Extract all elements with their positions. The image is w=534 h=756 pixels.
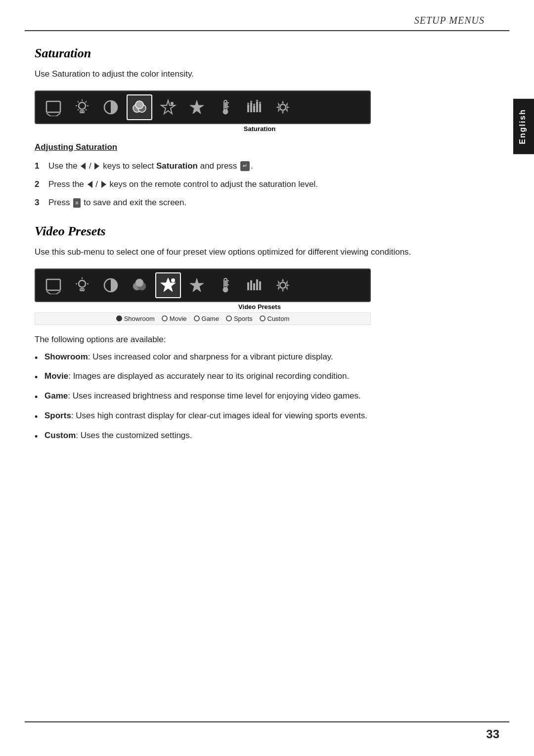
step-3-text: Press ≡ to save and exit the screen. xyxy=(48,196,485,209)
vp-menu-icon-videopresets xyxy=(155,272,181,298)
video-presets-menu-bar xyxy=(35,268,371,302)
svg-rect-65 xyxy=(256,279,258,290)
header-title: SETUP MENUS xyxy=(414,15,485,26)
bullet-dot-5: • xyxy=(35,429,44,444)
menu-small-icon: ≡ xyxy=(73,198,80,208)
radio-movie: Movie xyxy=(162,315,187,322)
arrow-left-icon-2 xyxy=(88,181,92,188)
video-presets-heading: Video Presets xyxy=(35,224,485,239)
svg-rect-57 xyxy=(225,280,226,286)
arrow-right-icon xyxy=(94,163,99,170)
language-tab: English xyxy=(513,99,534,154)
vp-menu-icon-contrast xyxy=(98,272,124,298)
svg-point-52 xyxy=(135,279,143,287)
step-2-text: Press the / keys on the remote control t… xyxy=(48,178,485,191)
svg-rect-63 xyxy=(250,280,252,290)
saturation-description: Use Saturation to adjust the color inten… xyxy=(35,68,485,81)
radio-custom-label: Custom xyxy=(267,315,290,322)
bullet-movie-text: Movie: Images are displayed as accuratel… xyxy=(44,370,485,383)
bullet-list: • Showroom: Uses increased color and sha… xyxy=(35,351,485,444)
radio-showroom-label: Showroom xyxy=(124,315,155,322)
vp-menu-icon-settings xyxy=(270,272,296,298)
step-2: 2 Press the / keys on the remote control… xyxy=(35,178,485,191)
bullet-intro: The following options are available: xyxy=(35,335,485,345)
video-presets-menu-label: Video Presets xyxy=(35,303,485,311)
bullet-custom-text: Custom: Uses the customized settings. xyxy=(44,429,485,442)
svg-point-4 xyxy=(79,102,86,109)
vp-menu-icon-temperature xyxy=(213,272,238,298)
video-presets-menu-bar-wrapper: Video Presets Showroom Movie Game xyxy=(35,268,485,325)
svg-point-43 xyxy=(79,280,86,287)
vp-menu-icon-brightness xyxy=(69,272,95,298)
bullet-sports-text: Sports: Uses high contrast display for c… xyxy=(44,409,485,422)
saturation-heading: Saturation xyxy=(35,46,485,61)
arrow-right-icon-2 xyxy=(101,181,106,188)
radio-custom: Custom xyxy=(260,315,290,322)
step-1-number: 1 xyxy=(35,159,48,173)
radio-movie-circle xyxy=(162,315,168,321)
video-presets-section: Video Presets Use this sub-menu to selec… xyxy=(35,224,485,444)
page-container: English SETUP MENUS Saturation Use Satur… xyxy=(0,0,534,756)
menu-icon-star xyxy=(155,94,181,120)
svg-rect-29 xyxy=(250,102,252,112)
menu-icon-settings xyxy=(270,94,296,120)
bullet-sports: • Sports: Uses high contrast display for… xyxy=(35,409,485,424)
menu-icon-equalizer xyxy=(241,94,267,120)
step-1-text: Use the / keys to select Saturation and … xyxy=(48,159,485,173)
vp-menu-icon-star2 xyxy=(184,272,210,298)
svg-point-18 xyxy=(135,101,143,109)
video-presets-radio-options: Showroom Movie Game Sports xyxy=(35,312,371,325)
bullet-section: The following options are available: • S… xyxy=(35,335,485,444)
radio-custom-circle xyxy=(260,315,266,321)
saturation-section: Saturation Use Saturation to adjust the … xyxy=(35,46,485,209)
page-number: 33 xyxy=(25,727,509,741)
bullet-custom: • Custom: Uses the customized settings. xyxy=(35,429,485,444)
svg-rect-28 xyxy=(247,104,249,112)
radio-sports: Sports xyxy=(226,315,253,322)
bullet-dot-3: • xyxy=(35,390,44,404)
svg-point-24 xyxy=(223,109,228,114)
svg-line-10 xyxy=(86,109,87,110)
svg-marker-21 xyxy=(190,100,204,114)
footer: 33 xyxy=(25,721,509,741)
svg-rect-66 xyxy=(259,281,261,290)
svg-rect-30 xyxy=(253,105,255,112)
bullet-showroom-text: Showroom: Uses increased color and sharp… xyxy=(44,351,485,363)
saturation-menu-label: Saturation xyxy=(35,125,485,133)
radio-game-label: Game xyxy=(202,315,219,322)
menu-icon-saturation xyxy=(127,94,152,120)
saturation-menu-bar-wrapper: Saturation xyxy=(35,90,485,133)
svg-marker-55 xyxy=(190,278,204,292)
svg-line-11 xyxy=(86,101,87,102)
bullet-movie: • Movie: Images are displayed as accurat… xyxy=(35,370,485,385)
radio-game-circle xyxy=(194,315,200,321)
menu-icon-star2 xyxy=(184,94,210,120)
radio-showroom: Showroom xyxy=(116,315,155,322)
svg-rect-39 xyxy=(46,279,60,290)
menu-icon-geometry xyxy=(41,94,66,120)
menu-icon-temperature xyxy=(213,94,238,120)
svg-point-20 xyxy=(171,102,174,105)
radio-game: Game xyxy=(194,315,219,322)
bullet-game: • Game: Uses increased brightness and re… xyxy=(35,390,485,404)
svg-rect-32 xyxy=(259,103,261,112)
steps-list: 1 Use the / keys to select Saturation an… xyxy=(35,159,485,210)
menu-icon-contrast xyxy=(98,94,124,120)
menu-icon-brightness xyxy=(69,94,95,120)
svg-rect-23 xyxy=(225,102,226,108)
footer-rule xyxy=(25,721,509,722)
bullet-showroom: • Showroom: Uses increased color and sha… xyxy=(35,351,485,365)
radio-movie-label: Movie xyxy=(170,315,187,322)
content-area: Saturation Use Saturation to adjust the … xyxy=(0,31,534,464)
radio-sports-label: Sports xyxy=(234,315,253,322)
adjusting-saturation-heading: Adjusting Saturation xyxy=(35,142,485,152)
vp-menu-icon-geometry xyxy=(41,272,66,298)
bullet-dot-4: • xyxy=(35,409,44,424)
radio-sports-circle xyxy=(226,315,232,321)
saturation-menu-bar xyxy=(35,90,371,124)
bullet-game-text: Game: Uses increased brightness and resp… xyxy=(44,390,485,402)
header: SETUP MENUS xyxy=(0,0,534,26)
radio-showroom-circle xyxy=(116,315,122,321)
svg-rect-0 xyxy=(46,101,60,112)
step-3-number: 3 xyxy=(35,196,48,209)
